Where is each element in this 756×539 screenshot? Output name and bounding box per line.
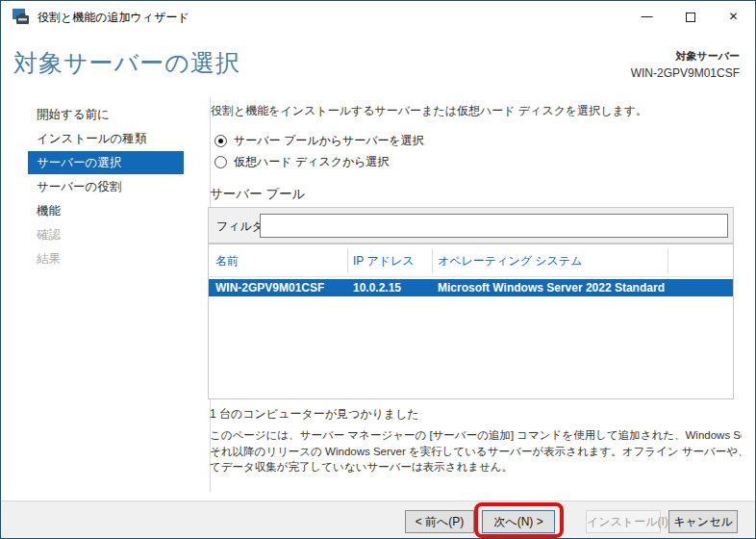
description-line: このページには、サーバー マネージャーの [サーバーの追加] コマンドを使用して… <box>210 427 742 444</box>
next-button[interactable]: 次へ(N) > <box>482 510 555 533</box>
result-count-text: 1 台のコンピューターが見つかりました <box>210 406 419 423</box>
nav-item-before-you-begin[interactable]: 開始する前に <box>28 103 184 126</box>
cell-ip-address: 10.0.2.15 <box>353 281 401 295</box>
radio-select-from-server-pool[interactable]: サーバー プールからサーバーを選択 <box>214 133 424 148</box>
server-pool-table: 名前 IP アドレス オペレーティング システム WIN-2GPV9M01CSF… <box>208 244 734 399</box>
column-header-ip-address[interactable]: IP アドレス <box>353 253 415 270</box>
nav-item-confirmation: 確認 <box>28 223 184 246</box>
nav-item-installation-type[interactable]: インストールの種類 <box>28 127 184 150</box>
column-separator <box>347 248 348 273</box>
table-header-row: 名前 IP アドレス オペレーティング システム <box>209 244 733 277</box>
server-pool-section-label: サーバー プール <box>210 186 306 203</box>
filter-input[interactable] <box>260 214 728 238</box>
nav-item-results: 結果 <box>28 247 184 270</box>
wizard-window: 役割と機能の追加ウィザード — ✕ 対象サーバーの選択 対象サーバー WIN-2… <box>0 0 756 539</box>
target-server-name: WIN-2GPV9M01CSF <box>631 66 740 80</box>
cell-server-name: WIN-2GPV9M01CSF <box>215 281 324 295</box>
close-button[interactable]: ✕ <box>712 1 755 33</box>
target-server-label: 対象サーバー <box>631 49 740 64</box>
radio-label: 仮想ハード ディスクから選択 <box>234 154 390 170</box>
instruction-text: 役割と機能をインストールするサーバーまたは仮想ハード ディスクを選択します。 <box>211 103 647 119</box>
minimize-button[interactable]: — <box>625 1 668 33</box>
page-description: このページには、サーバー マネージャーの [サーバーの追加] コマンドを使用して… <box>210 427 742 475</box>
wizard-steps-nav: 開始する前に インストールの種類 サーバーの選択 サーバーの役割 機能 確認 結… <box>13 103 201 271</box>
page-title: 対象サーバーの選択 <box>13 47 240 79</box>
target-server-block: 対象サーバー WIN-2GPV9M01CSF <box>631 49 740 80</box>
nav-item-server-roles[interactable]: サーバーの役割 <box>28 175 184 198</box>
radio-label: サーバー プールからサーバーを選択 <box>234 133 424 149</box>
previous-button[interactable]: < 前へ(P) <box>405 510 474 533</box>
column-header-operating-system[interactable]: オペレーティング システム <box>438 253 582 270</box>
cell-operating-system: Microsoft Windows Server 2022 Standard <box>438 281 665 295</box>
wizard-button-bar: < 前へ(P) 次へ(N) > インストール(I) キャンセル <box>1 500 755 538</box>
window-title: 役割と機能の追加ウィザード <box>38 10 189 26</box>
maximize-button[interactable] <box>668 1 712 33</box>
app-icon <box>13 9 30 25</box>
description-line: それ以降のリリースの Windows Server を実行しているサーバーが表示… <box>210 444 742 460</box>
cancel-button[interactable]: キャンセル <box>668 510 738 533</box>
radio-select-virtual-hard-disk[interactable]: 仮想ハード ディスクから選択 <box>214 154 390 169</box>
filter-bar: フィルター: <box>208 207 734 244</box>
title-bar: 役割と機能の追加ウィザード — ✕ <box>1 1 755 33</box>
nav-item-features[interactable]: 機能 <box>28 199 184 222</box>
column-separator <box>668 248 668 273</box>
column-header-name[interactable]: 名前 <box>215 253 239 270</box>
column-separator <box>432 248 433 273</box>
table-row-selected-server[interactable]: WIN-2GPV9M01CSF 10.0.2.15 Microsoft Wind… <box>209 279 733 296</box>
install-button[interactable]: インストール(I) <box>586 510 661 533</box>
description-line: てデータ収集が完了していないサーバーは表示されません。 <box>210 459 742 475</box>
maximize-icon <box>686 13 695 22</box>
nav-item-server-selection[interactable]: サーバーの選択 <box>28 151 184 174</box>
radio-selected-icon <box>214 135 227 147</box>
radio-unselected-icon <box>214 156 227 168</box>
